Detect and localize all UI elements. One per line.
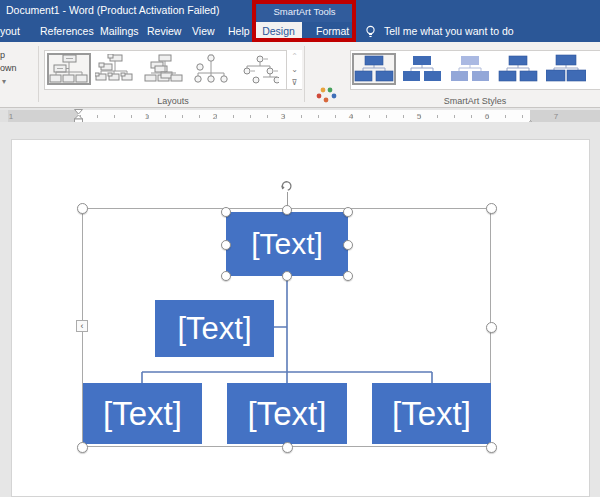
smartart-bottom-box-3[interactable]: [Text] [372,383,491,444]
rotate-icon[interactable] [280,179,294,197]
selection-handle[interactable] [486,203,497,214]
shape-handle[interactable] [282,271,292,281]
shape-handle[interactable] [282,205,292,215]
smartart-bottom-box-2[interactable]: [Text] [227,383,347,444]
selection-handle[interactable] [486,322,497,333]
smartart-assistant-box[interactable]: [Text] [155,300,274,357]
shape-handle[interactable] [343,240,353,250]
selection-handle[interactable] [282,442,293,453]
smartart-bottom-box-1[interactable]: [Text] [83,383,202,444]
shape-handle[interactable] [221,240,231,250]
shape-handle[interactable] [343,207,353,217]
selection-handle[interactable] [77,442,88,453]
shape-handle[interactable] [343,271,353,281]
chevron-left-icon: ‹ [81,321,84,331]
text-pane-toggle-button[interactable]: ‹ [76,320,88,332]
selection-handle[interactable] [486,442,497,453]
shape-handle[interactable] [221,207,231,217]
shape-handle[interactable] [221,271,231,281]
smartart-top-box[interactable]: [Text] [226,212,348,276]
selection-handle[interactable] [77,203,88,214]
